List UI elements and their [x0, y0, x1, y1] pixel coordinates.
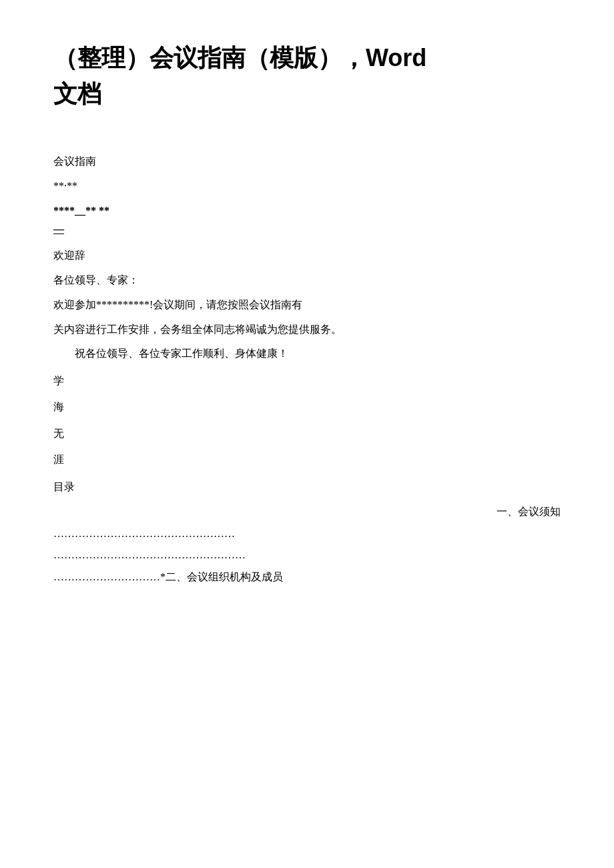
- guide-label: 会议指南: [53, 152, 561, 171]
- content-section: 会议指南 **·** ****__** ** — 欢迎辞 各位领导、专家： 欢迎…: [53, 152, 561, 587]
- subtitle1: **·**: [53, 177, 561, 196]
- toc-title: 目录: [53, 478, 561, 497]
- ellipsis-line1: ……………………………………………: [53, 524, 561, 544]
- char-ya: 涯: [53, 448, 561, 471]
- welcome-body2: 关内容进行工作安排，会务组全体同志将竭诚为您提供服务。: [53, 320, 561, 340]
- char-wu: 无: [53, 422, 561, 445]
- page-title: （整理）会议指南（模版），Word 文档: [53, 40, 561, 112]
- greeting: 各位领导、专家：: [53, 271, 561, 290]
- underline-part: —: [53, 224, 64, 235]
- welcome-body1: 欢迎参加**********!会议期间，请您按照会议指南有: [53, 296, 561, 315]
- title-line2: 文档: [53, 80, 101, 107]
- toc-section: 目录 一、会议须知 …………………………………………… …………………………………: [53, 478, 561, 587]
- ellipsis-line3: …………………………*二、会议组织机构及成员: [53, 568, 561, 587]
- char-xue: 学: [53, 369, 561, 392]
- ellipsis-line2: ………………………………………………: [53, 546, 561, 565]
- toc-entry1: 一、会议须知: [53, 502, 561, 522]
- title-line1: （整理）会议指南（模版），Word: [53, 44, 426, 71]
- blessing: 祝各位领导、各位专家工作顺利、身体健康！: [53, 344, 561, 364]
- welcome-title: 欢迎辞: [53, 246, 561, 266]
- char-hai: 海: [53, 395, 561, 418]
- title-section: （整理）会议指南（模版），Word 文档: [53, 40, 561, 112]
- subtitle2: ****__** ** —: [53, 201, 561, 240]
- page: （整理）会议指南（模版），Word 文档 会议指南 **·** ****__**…: [0, 0, 614, 868]
